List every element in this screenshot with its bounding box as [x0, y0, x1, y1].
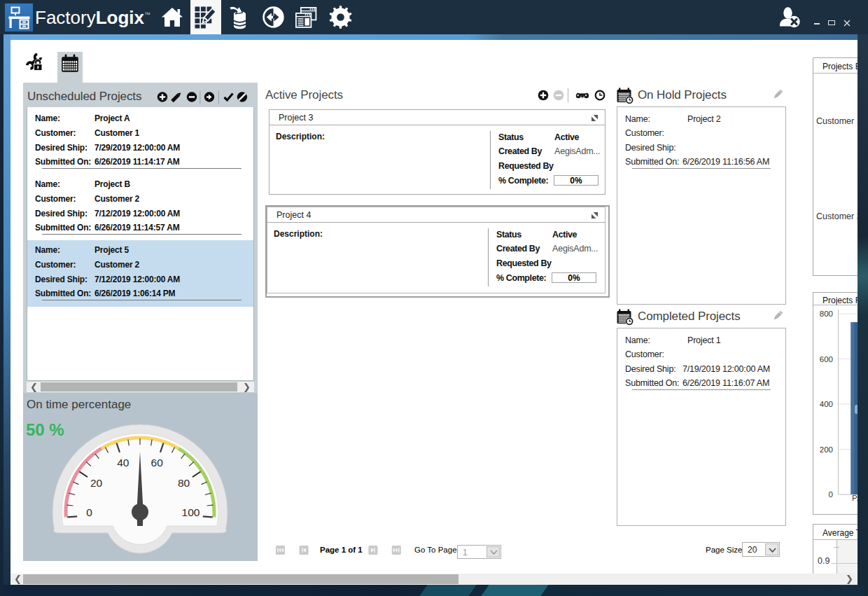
svg-text:600: 600 — [820, 355, 833, 363]
svg-text:20: 20 — [90, 477, 103, 489]
svg-text:80: 80 — [178, 477, 190, 489]
svg-text:0: 0 — [86, 506, 92, 518]
svg-text:400: 400 — [820, 400, 833, 408]
svg-text:60: 60 — [151, 457, 164, 469]
svg-text:100: 100 — [182, 506, 200, 518]
svg-text:200: 200 — [820, 445, 833, 454]
svg-text:P...: P... — [852, 494, 858, 502]
svg-text:0: 0 — [829, 490, 833, 499]
svg-text:40: 40 — [117, 457, 130, 469]
svg-text:800: 800 — [820, 310, 833, 318]
